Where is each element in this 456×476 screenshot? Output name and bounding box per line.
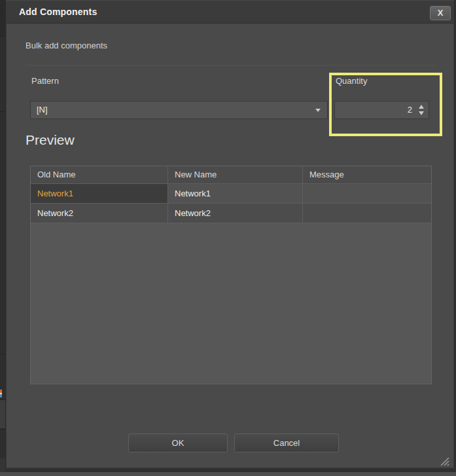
background-divider	[0, 354, 5, 354]
close-icon: X	[438, 8, 444, 18]
cancel-button[interactable]: Cancel	[234, 433, 339, 452]
background-segment	[0, 399, 5, 428]
screen: Add Components X Bulk add components Pat…	[0, 0, 456, 476]
column-header-new-name[interactable]: New Name	[168, 166, 303, 183]
quantity-value: 2	[408, 101, 412, 119]
dialog-titlebar[interactable]: Add Components X	[6, 0, 454, 24]
background-segment	[0, 0, 5, 36]
table-header-row: Old Name New Name Message	[31, 166, 431, 184]
column-header-message[interactable]: Message	[303, 166, 431, 183]
pattern-value: [N]	[37, 101, 48, 119]
cell-message[interactable]	[303, 184, 431, 203]
pattern-dropdown[interactable]: [N]	[30, 101, 328, 119]
add-components-dialog: Add Components X Bulk add components Pat…	[5, 0, 455, 469]
background-bottom-edge	[0, 472, 456, 476]
quantity-stepper[interactable]: 2	[334, 101, 429, 119]
column-header-old-name[interactable]: Old Name	[31, 166, 168, 183]
background-divider	[0, 429, 5, 430]
resize-grip-icon[interactable]	[438, 455, 450, 467]
spin-up-icon[interactable]	[419, 105, 424, 109]
table-row[interactable]: Network2 Network2	[31, 204, 431, 223]
background-divider	[0, 36, 5, 37]
cell-message[interactable]	[303, 204, 431, 223]
separator	[26, 65, 436, 65]
preview-table: Old Name New Name Message Network1 Netwo…	[30, 166, 432, 384]
spin-down-icon[interactable]	[419, 111, 424, 115]
dialog-title: Add Components	[19, 0, 97, 24]
dialog-description: Bulk add components	[26, 41, 107, 50]
background-icon-fragment	[0, 390, 2, 397]
ok-button[interactable]: OK	[128, 433, 228, 452]
cell-new-name[interactable]: Network1	[168, 184, 303, 203]
pattern-label: Pattern	[31, 76, 59, 86]
background-divider	[0, 111, 5, 112]
close-button[interactable]: X	[430, 6, 451, 20]
preview-heading: Preview	[26, 132, 75, 148]
table-row[interactable]: Network1 Network1	[31, 184, 431, 204]
cell-new-name[interactable]: Network2	[168, 204, 303, 223]
quantity-label: Quantity	[336, 76, 367, 86]
background-divider	[0, 399, 5, 400]
cell-old-name[interactable]: Network2	[31, 204, 168, 223]
background-app-strip	[0, 0, 5, 476]
cell-old-name[interactable]: Network1	[31, 184, 168, 203]
dropdown-arrow-icon	[315, 109, 321, 112]
